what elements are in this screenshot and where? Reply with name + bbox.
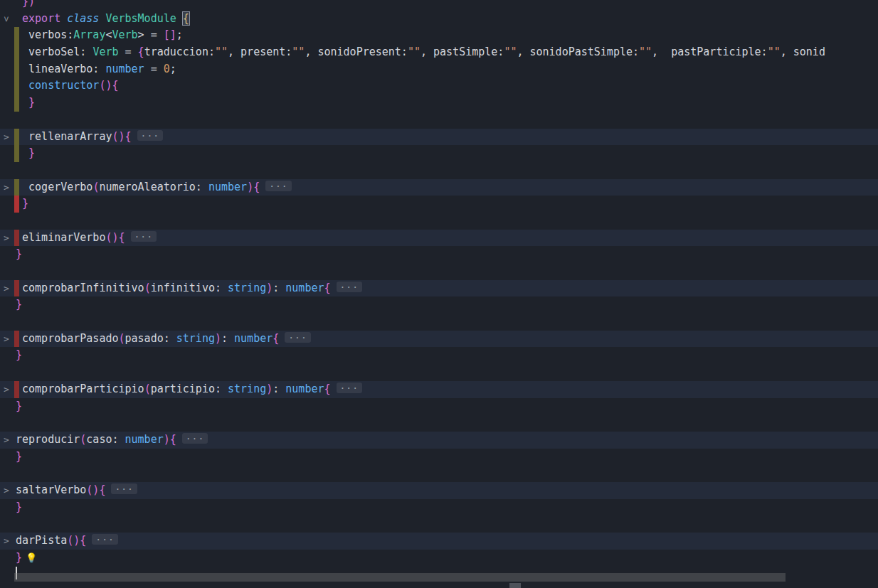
code-line[interactable]: } — [0, 296, 878, 314]
code-line[interactable]: constructor(){ — [0, 77, 878, 95]
code-text: rellenarArray(){··· — [16, 129, 163, 146]
code-token — [16, 12, 22, 25]
code-token: "" — [768, 46, 781, 58]
code-text: }) — [16, 0, 35, 11]
code-text: comprobarPasado(pasado: string): number{… — [16, 331, 311, 348]
code-text: export class VerbsModule { — [16, 11, 189, 28]
code-text: } — [16, 246, 22, 263]
code-token: , sonidoPastSimple: — [517, 46, 639, 58]
code-line[interactable]: > cogerVerbo(numeroAleatorio: number){··… — [0, 179, 878, 196]
code-token: number — [285, 383, 324, 395]
code-editor: })> export class VerbsModule { verbos:Ar… — [0, 0, 878, 588]
code-token: constructor — [28, 79, 99, 92]
code-token: ( — [144, 282, 151, 294]
code-line[interactable]: > comprobarPasado(pasado: string): numbe… — [0, 331, 878, 348]
folded-code-ellipsis[interactable]: ··· — [182, 433, 208, 444]
code-line[interactable] — [0, 213, 878, 230]
code-token: number — [208, 181, 247, 193]
code-token: }) — [16, 0, 35, 8]
code-text: verbos:Array<Verb> = []; — [16, 27, 183, 44]
code-line[interactable]: } — [0, 398, 878, 415]
code-token: number — [234, 332, 273, 345]
code-token: ( — [80, 433, 86, 446]
code-line[interactable]: > eliminarVerbo(){··· — [0, 230, 878, 247]
code-text: constructor(){ — [16, 77, 119, 95]
fold-collapsed-chevron-icon[interactable]: > — [1, 179, 11, 196]
code-token: export — [22, 12, 60, 25]
code-line[interactable] — [0, 112, 878, 129]
code-token: comprobarPasado — [16, 332, 119, 345]
code-text: } — [16, 145, 35, 162]
code-line[interactable] — [0, 515, 878, 533]
code-line[interactable]: }) — [0, 0, 878, 11]
horizontal-scrollbar[interactable] — [14, 573, 786, 582]
code-token: number — [125, 433, 164, 446]
fold-collapsed-chevron-icon[interactable]: > — [1, 432, 11, 449]
code-token: string — [176, 332, 215, 345]
fold-expanded-chevron-icon[interactable]: > — [0, 14, 15, 24]
fold-collapsed-chevron-icon[interactable]: > — [1, 381, 11, 398]
code-token: number — [105, 63, 144, 75]
folded-code-ellipsis[interactable]: ··· — [265, 181, 291, 191]
code-line[interactable]: >darPista(){··· — [0, 533, 878, 550]
folded-code-ellipsis[interactable]: ··· — [337, 383, 362, 393]
code-text: } — [16, 449, 22, 466]
code-token: { — [183, 12, 189, 25]
code-line[interactable]: } — [0, 196, 878, 213]
code-token — [60, 12, 67, 25]
code-token: ){ — [247, 181, 260, 193]
code-token: rellenarArray — [16, 130, 112, 143]
code-token: verboSel: — [16, 46, 92, 58]
code-line[interactable]: >saltarVerbo(){··· — [0, 482, 878, 499]
code-token: : — [273, 383, 285, 395]
code-line[interactable]: } — [0, 246, 878, 263]
code-line[interactable] — [0, 364, 878, 381]
code-token: verbos: — [16, 28, 73, 41]
code-line[interactable]: > rellenarArray(){··· — [0, 129, 878, 146]
code-text: verboSel: Verb = {traduccion:"", present… — [16, 44, 825, 61]
fold-collapsed-chevron-icon[interactable]: > — [1, 230, 11, 247]
code-token: ){ — [164, 433, 176, 446]
code-line[interactable]: >reproducir(caso: number){··· — [0, 432, 878, 449]
fold-collapsed-chevron-icon[interactable]: > — [1, 533, 11, 550]
fold-collapsed-chevron-icon[interactable]: > — [1, 482, 11, 499]
code-line[interactable] — [0, 263, 878, 280]
code-line[interactable] — [0, 162, 878, 179]
code-line[interactable]: verbos:Array<Verb> = []; — [0, 27, 878, 44]
code-line[interactable]: > export class VerbsModule { — [0, 11, 878, 28]
code-line[interactable] — [0, 465, 878, 482]
code-line[interactable]: } — [0, 499, 878, 516]
code-token: } — [16, 146, 35, 159]
code-token: string — [228, 282, 266, 294]
code-line[interactable] — [0, 314, 878, 331]
code-line[interactable]: > comprobarParticipio(participio: string… — [0, 381, 878, 398]
folded-code-ellipsis[interactable]: ··· — [131, 231, 157, 242]
code-token: } — [16, 197, 28, 210]
code-line[interactable]: > comprobarInfinitivo(infinitivo: string… — [0, 280, 878, 297]
folded-code-ellipsis[interactable]: ··· — [92, 534, 117, 545]
folded-code-ellipsis[interactable]: ··· — [285, 332, 310, 343]
code-token: Verb — [92, 46, 118, 58]
folded-code-ellipsis[interactable]: ··· — [137, 130, 163, 141]
code-token: numeroAleatorio: — [99, 181, 208, 193]
code-line[interactable] — [0, 415, 878, 432]
folded-code-ellipsis[interactable]: ··· — [337, 282, 362, 292]
code-line[interactable]: }💡 — [0, 550, 878, 567]
quick-fix-lightbulb-icon[interactable]: 💡 — [26, 552, 37, 563]
code-token: { — [324, 282, 331, 294]
code-line[interactable]: } — [0, 145, 878, 162]
code-line[interactable]: } — [0, 347, 878, 364]
folded-code-ellipsis[interactable]: ··· — [111, 483, 137, 494]
code-token: } — [16, 96, 35, 109]
code-text: lineaVerbo: number = 0; — [16, 61, 176, 78]
code-line[interactable]: lineaVerbo: number = 0; — [0, 61, 878, 78]
fold-collapsed-chevron-icon[interactable]: > — [1, 129, 11, 146]
fold-collapsed-chevron-icon[interactable]: > — [1, 280, 11, 297]
code-line[interactable]: } — [0, 449, 878, 466]
code-token: "" — [504, 46, 517, 58]
code-token: traduccion: — [144, 46, 215, 58]
code-line[interactable]: verboSel: Verb = {traduccion:"", present… — [0, 44, 878, 61]
code-line[interactable]: } — [0, 95, 878, 112]
code-token: (){ — [105, 231, 125, 244]
fold-collapsed-chevron-icon[interactable]: > — [1, 331, 11, 348]
